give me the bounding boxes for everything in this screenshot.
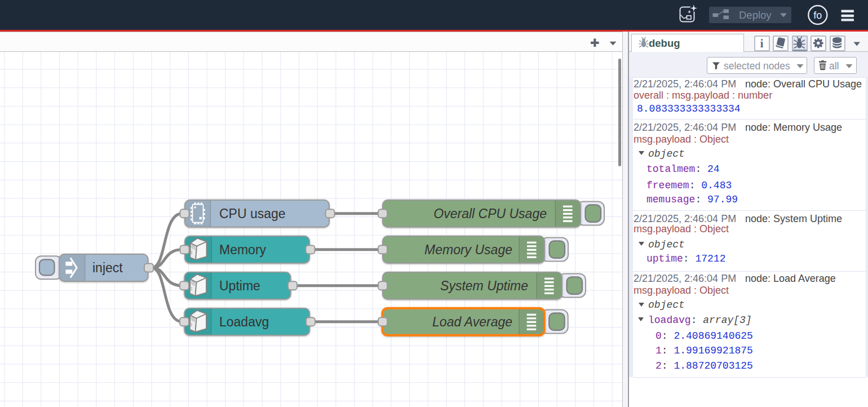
svg-text:debug: debug (649, 37, 680, 49)
svg-text:Load Average: Load Average (432, 315, 512, 329)
svg-text:i: i (760, 37, 764, 50)
svg-text:System Uptime: System Uptime (440, 278, 528, 293)
svg-text:Memory Usage: Memory Usage (424, 242, 512, 257)
svg-text:Deploy: Deploy (739, 9, 772, 21)
svg-text:inject: inject (92, 260, 123, 275)
svg-text:fo: fo (813, 10, 822, 21)
svg-text:Memory: Memory (219, 242, 267, 257)
svg-text:selected nodes: selected nodes (724, 60, 790, 72)
svg-text:Overall CPU Usage: Overall CPU Usage (433, 206, 547, 221)
svg-text:CPU usage: CPU usage (219, 206, 286, 221)
svg-text:Uptime: Uptime (219, 278, 260, 293)
svg-text:all: all (829, 60, 839, 72)
svg-text:Loadavg: Loadavg (219, 315, 269, 329)
